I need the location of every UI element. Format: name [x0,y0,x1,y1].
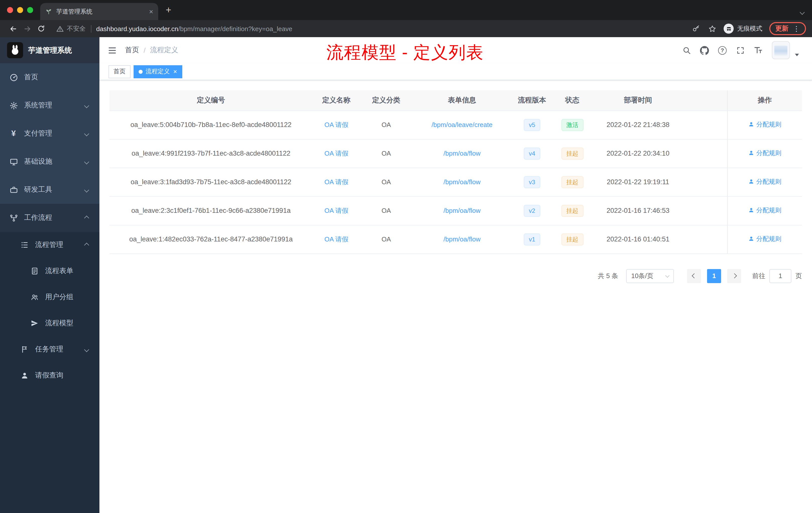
sidebar-item-system[interactable]: 系统管理 [0,91,99,119]
tag-home[interactable]: 首页 [109,65,130,78]
new-tab-button[interactable]: + [166,5,171,14]
sidebar-item-leave-query[interactable]: 请假查询 [0,362,99,389]
prev-page-button[interactable] [687,269,701,283]
table-row: oa_leave:5:004b710b-7b8a-11ec-8ef0-acde4… [110,111,802,139]
reload-button[interactable] [34,22,48,36]
address-bar[interactable]: dashboard.yudao.iocoder.cn/bpm/manager/d… [96,25,292,32]
deploy-time: 2022-01-16 01:40:51 [592,225,684,253]
sidebar-item-process-mgmt[interactable]: 流程管理 [0,232,99,258]
goto-page-input[interactable] [769,269,791,283]
col-header-category: 定义分类 [360,90,412,111]
form-link[interactable]: /bpm/oa/flow [443,178,480,186]
search-icon[interactable] [682,46,691,55]
hamburger-icon[interactable] [99,46,125,55]
chevron-down-icon [84,131,89,136]
version-badge: v3 [524,176,540,188]
sidebar-item-home[interactable]: 首页 [0,63,99,91]
browser-update-chip[interactable]: 更新 ⋮ [769,22,806,35]
sidebar-item-devtools[interactable]: 研发工具 [0,176,99,204]
col-header-action: 操作 [727,90,802,111]
sidebar-item-workflow[interactable]: 工作流程 [0,204,99,232]
sidebar-item-user-group[interactable]: 用户分组 [0,284,99,310]
breadcrumb-home[interactable]: 首页 [125,46,139,55]
avatar[interactable] [772,41,790,59]
chevron-up-icon [84,242,89,247]
divider [91,25,91,32]
favicon-icon [45,8,52,15]
workflow-icon [9,213,18,222]
back-button[interactable] [6,22,20,36]
toolbox-icon [9,185,18,194]
table-row: oa_leave:2:3c1f0ef1-76b1-11ec-9c66-a2380… [110,196,802,225]
logo-image [7,42,23,58]
browser-tab[interactable]: 芋道管理系统 × [40,3,158,20]
window-close-button[interactable] [7,7,13,13]
forward-button[interactable] [20,22,34,36]
form-link[interactable]: /bpm/oa/flow [443,150,480,157]
sidebar-item-process-form[interactable]: 流程表单 [0,258,99,284]
sidebar-item-process-model[interactable]: 流程模型 [0,310,99,336]
definition-name-link[interactable]: OA 请假 [324,121,348,128]
definition-id: oa_leave:5:004b710b-7b8a-11ec-8ef0-acde4… [110,111,312,139]
tab-close-icon[interactable]: × [149,8,153,15]
sidebar-item-label: 首页 [24,73,38,82]
window-minimize-button[interactable] [17,7,23,13]
incognito-icon [724,24,734,34]
assign-rule-link[interactable]: 分配规则 [748,206,781,215]
update-label: 更新 [775,24,788,33]
tab-search-icon[interactable] [801,7,804,16]
window-zoom-button[interactable] [27,7,33,13]
url-domain: dashboard.yudao.iocoder.cn [96,25,178,32]
incognito-badge: 无痕模式 [724,24,762,34]
goto-label: 前往 [752,271,765,280]
chevron-up-icon [84,215,89,220]
github-icon[interactable] [700,46,709,55]
page-1-button[interactable]: 1 [707,269,721,283]
definition-name-link[interactable]: OA 请假 [324,235,348,243]
assign-rule-link[interactable]: 分配规则 [748,178,781,186]
sidebar-item-payment[interactable]: ¥ 支付管理 [0,119,99,148]
browser-tabstrip: 芋道管理系统 × + [0,0,812,20]
pagination-total: 共 5 条 [598,271,618,280]
definition-name-link[interactable]: OA 请假 [324,207,348,214]
users-icon [30,293,39,302]
fullscreen-icon[interactable] [736,46,745,55]
document-icon [30,267,39,276]
definition-name-link[interactable]: OA 请假 [324,149,348,157]
form-link[interactable]: /bpm/oa/flow [443,235,480,243]
table-row: oa_leave:3:1fad3d93-7b75-11ec-a3c8-acde4… [110,168,802,196]
user-icon [20,371,29,380]
tag-process-definition[interactable]: 流程定义 × [134,65,182,78]
sidebar-item-infra[interactable]: 基础设施 [0,148,99,176]
flag-icon [20,345,29,354]
page-size-select[interactable]: 10条/页 [626,269,674,283]
sidebar-logo[interactable]: 芋道管理系统 [0,37,99,63]
tag-close-icon[interactable]: × [173,68,177,75]
definition-id: oa_leave:2:3c1f0ef1-76b1-11ec-9c66-a2380… [110,196,312,225]
user-icon [748,179,754,185]
definition-name-link[interactable]: OA 请假 [324,178,348,185]
key-icon[interactable] [692,24,700,33]
breadcrumb-separator: / [144,46,146,54]
form-link[interactable]: /bpm/oa/flow [443,207,480,214]
next-page-button[interactable] [727,269,741,283]
user-icon [748,150,754,156]
col-header-filler [684,90,728,111]
form-link[interactable]: /bpm/oa/leave/create [432,121,493,128]
browser-menu-icon[interactable]: ⋮ [793,25,800,32]
page-content: 定义编号 定义名称 定义分类 表单信息 流程版本 状态 部署时间 操作 [99,80,812,513]
security-indicator[interactable]: 不安全 [56,24,86,33]
sidebar-item-label: 流程模型 [45,319,73,328]
bookmark-star-icon[interactable] [707,24,717,33]
assign-rule-link[interactable]: 分配规则 [748,120,781,129]
status-badge: 挂起 [561,233,583,245]
help-icon[interactable]: ? [718,46,727,55]
page-annotation: 流程模型 - 定义列表 [326,41,484,64]
assign-rule-link[interactable]: 分配规则 [748,149,781,158]
caret-down-icon[interactable] [795,54,799,56]
gear-icon [9,101,18,110]
sidebar-item-task-mgmt[interactable]: 任务管理 [0,336,99,362]
window-controls [7,7,33,13]
assign-rule-link[interactable]: 分配规则 [748,235,781,243]
font-size-icon[interactable] [754,46,763,55]
